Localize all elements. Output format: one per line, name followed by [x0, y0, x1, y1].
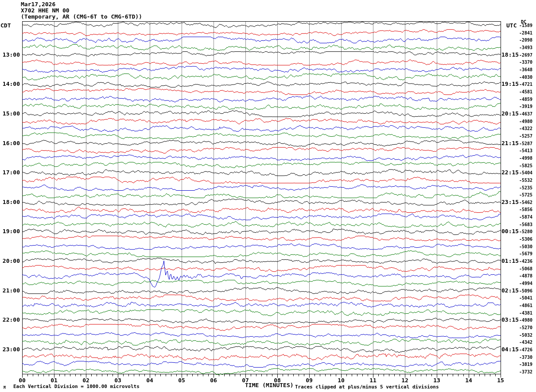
dc-offset-value: -4994	[519, 281, 532, 286]
right-time-label: 03:15	[501, 316, 519, 323]
right-time-label: 20:15	[501, 110, 519, 117]
right-time-label: 00:15	[501, 228, 519, 234]
dc-offset-value: -4861	[519, 303, 532, 308]
left-time-label: 19:00	[1, 228, 20, 234]
dc-offset-value: -3919	[519, 104, 532, 109]
dc-offset-value: -3648	[519, 67, 532, 72]
left-timezone-label: CDT	[0, 22, 11, 29]
x-tick-label: 12	[401, 377, 408, 384]
dc-offset-value: -3493	[519, 45, 532, 50]
x-tick-label: 00	[19, 377, 26, 384]
dc-offset-value: -4878	[519, 273, 532, 278]
header-description: (Temporary, AR (CMG-6T to CMG-6TD))	[21, 14, 142, 20]
x-tick-label: 13	[433, 377, 440, 384]
dc-offset-value: -3730	[519, 355, 532, 360]
right-time-label: 04:15	[501, 346, 519, 353]
right-time-label: 23:15	[501, 199, 519, 205]
dc-offset-value: -5462	[519, 200, 532, 205]
left-time-label: 16:00	[1, 140, 20, 146]
left-time-label: 20:00	[1, 257, 20, 264]
dc-offset-value: -5874	[519, 215, 532, 219]
x-tick-label: 04	[146, 377, 153, 384]
left-time-label: 13:00	[1, 51, 20, 58]
right-time-label: 01:15	[501, 257, 519, 264]
dc-offset-value: -4381	[519, 311, 532, 315]
dc-offset-value: -4980	[519, 318, 532, 323]
right-time-label: 21:15	[501, 140, 519, 146]
right-time-label: 02:15	[501, 287, 519, 294]
dc-offset-value: -2841	[519, 31, 532, 35]
dc-offset-value: -4236	[519, 259, 532, 264]
dc-offset-value: -4726	[519, 347, 532, 352]
dc-offset-value: -3732	[519, 369, 532, 374]
header-station: X702 HHE NM 00	[21, 8, 70, 14]
dc-offset-value: -5257	[519, 134, 532, 138]
dc-offset-value: -4030	[519, 75, 532, 80]
right-time-label: 18:15	[501, 51, 519, 58]
dc-offset-value: -5413	[519, 148, 532, 153]
left-time-label: 21:00	[1, 287, 20, 294]
clip-note: Traces clipped at plus/minus 5 vertical …	[295, 384, 439, 390]
dc-offset-value: -2697	[519, 53, 532, 58]
dc-offset-value: -5679	[519, 251, 532, 256]
helicorder-canvas	[0, 0, 536, 392]
x-tick-label: 06	[210, 377, 217, 384]
dc-offset-value: -5825	[519, 163, 532, 168]
x-tick-label: 10	[338, 377, 345, 384]
dc-offset-value: -3819	[519, 362, 532, 367]
left-time-label: 15:00	[1, 110, 20, 117]
x-tick-label: 02	[82, 377, 89, 384]
dc-offset-value: -3370	[519, 60, 532, 65]
right-time-label: 22:15	[501, 169, 519, 176]
x-tick-label: 09	[306, 377, 313, 384]
dc-offset-value: -4581	[519, 89, 532, 94]
dc-offset-value: -5030	[519, 244, 532, 249]
x-tick-label: 11	[369, 377, 377, 384]
dc-offset-value: -5068	[519, 266, 532, 271]
dc-offset-value: -5306	[519, 237, 532, 242]
x-tick-label: 14	[465, 377, 472, 384]
corner-watermark: M	[4, 386, 6, 390]
dc-offset-value: -5532	[519, 178, 532, 183]
dc-offset-value: -4721	[519, 82, 532, 87]
left-time-label: 22:00	[1, 316, 20, 323]
dc-offset-value: -4322	[519, 126, 532, 131]
x-tick-label: 15	[497, 377, 504, 384]
dc-offset-value: -5725	[519, 192, 532, 197]
right-timezone-label: UTC	[506, 22, 517, 29]
x-tick-label: 05	[178, 377, 185, 384]
dc-offset-value: -4637	[519, 111, 532, 116]
dc-offset-value: -2098	[519, 38, 532, 42]
dc-offset-value: -5270	[519, 325, 532, 330]
right-time-label: 19:15	[501, 81, 519, 87]
x-tick-label: 03	[114, 377, 121, 384]
left-time-label: 23:00	[1, 346, 20, 353]
dc-offset-value: -1589	[519, 23, 532, 28]
dc-offset-value: -5404	[519, 170, 532, 175]
header-date: Mar17,2026	[21, 1, 55, 8]
left-time-label: 14:00	[1, 81, 20, 87]
x-tick-label: 01	[50, 377, 58, 384]
dc-offset-value: -4980	[519, 119, 532, 124]
dc-offset-value: -5032	[519, 333, 532, 338]
scale-note: Each Vertical Division = 1000.00 microvo…	[13, 384, 140, 389]
dc-offset-value: -4859	[519, 97, 532, 102]
dc-offset-value: -5096	[519, 288, 532, 293]
x-axis-title: TIME (MINUTES)	[245, 382, 294, 388]
dc-offset-value: -5041	[519, 296, 532, 300]
left-time-label: 18:00	[1, 199, 20, 205]
dc-offset-value: -5683	[519, 222, 532, 227]
dc-offset-value: -4342	[519, 340, 532, 345]
dc-offset-value: -5287	[519, 141, 532, 146]
dc-offset-value: -5280	[519, 229, 532, 234]
dc-offset-value: -5235	[519, 185, 532, 190]
helicorder-page: { "header": { "date": "Mar17,2026", "sta…	[0, 0, 536, 392]
dc-offset-value: -5856	[519, 207, 532, 212]
left-time-label: 17:00	[1, 169, 20, 176]
dc-offset-value: -4998	[519, 156, 532, 161]
